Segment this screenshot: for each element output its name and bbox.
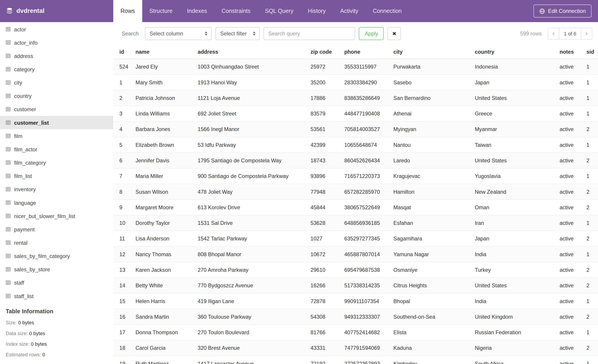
table-row[interactable]: 5Elizabeth Brown53 Idfu Parkway423991065… <box>113 137 598 153</box>
table-row[interactable]: 1Mary Smith1913 Hanoi Way352002830338429… <box>113 74 598 90</box>
edit-connection-button[interactable]: Edit Connection <box>534 5 592 17</box>
table-row[interactable]: 13Karen Jackson270 Amroha Parkway2961069… <box>113 262 598 278</box>
sidebar-table-rental[interactable]: rental <box>0 236 113 249</box>
column-header-zip-code[interactable]: zip code <box>307 45 341 59</box>
table-cell: 692 Joliet Street <box>194 106 307 121</box>
table-cell: Betty White <box>133 278 195 293</box>
prev-page-button[interactable]: ‹ <box>548 28 559 40</box>
sidebar-table-payment[interactable]: payment <box>0 223 113 236</box>
table-row[interactable]: 11Lisa Anderson1542 Tarlac Parkway102763… <box>113 231 598 246</box>
table-cell: Indonesia <box>472 59 556 74</box>
table-cell: 16 <box>113 309 133 324</box>
table-cell: United States <box>472 153 556 168</box>
sidebar-table-language[interactable]: language <box>0 196 113 209</box>
column-header-city[interactable]: city <box>390 45 472 59</box>
table-row[interactable]: 6Jennifer Davis1795 Santiago de Composte… <box>113 153 598 168</box>
sidebar-table-sales_by_store[interactable]: sales_by_store <box>0 263 113 276</box>
column-header-id[interactable]: id <box>113 45 133 59</box>
table-cell: 15 <box>113 293 133 309</box>
sidebar-table-actor[interactable]: actor <box>0 23 113 36</box>
tab-constraints[interactable]: Constraints <box>214 0 258 22</box>
sidebar-table-customer[interactable]: customer <box>0 103 113 116</box>
table-cell: 695479687538 <box>341 262 390 278</box>
sidebar-table-customer_list[interactable]: customer_list <box>0 116 113 129</box>
sidebar-table-film_category[interactable]: film_category <box>0 156 113 169</box>
table-grid-icon <box>6 40 11 45</box>
clear-search-button[interactable]: ✖ <box>388 27 401 40</box>
table-row[interactable]: 3Linda Williams692 Joliet Street83579448… <box>113 106 598 121</box>
table-cell: 35533115997 <box>341 59 390 74</box>
table-row[interactable]: 15Helen Harris419 Iligan Lane72878990911… <box>113 293 598 309</box>
table-row[interactable]: 10Dorothy Taylor1531 Sal Drive5362864885… <box>113 215 598 231</box>
table-row[interactable]: 7Maria Miller900 Santiago de Compostela … <box>113 168 598 184</box>
table-cell: 2 <box>583 184 598 199</box>
info-value: 0 <box>42 352 45 357</box>
tab-history[interactable]: History <box>301 0 333 22</box>
table-row[interactable]: 16Sandra Martin360 Toulouse Parkway54308… <box>113 309 598 324</box>
table-grid-icon <box>6 67 11 72</box>
column-select[interactable]: Select column <box>145 27 212 40</box>
column-header-country[interactable]: country <box>472 45 556 59</box>
sidebar-table-staff[interactable]: staff <box>0 276 113 289</box>
tab-indexes[interactable]: Indexes <box>180 0 214 22</box>
sidebar-table-staff_list[interactable]: staff_list <box>0 289 113 303</box>
table-cell: 11 <box>113 231 133 246</box>
next-page-button[interactable]: › <box>581 28 592 40</box>
column-header-sid[interactable]: sid <box>583 45 598 59</box>
tab-structure[interactable]: Structure <box>142 0 180 22</box>
table-cell: Jennifer Davis <box>133 153 195 168</box>
table-cell: 14 <box>113 278 133 293</box>
table-name-label: actor <box>14 26 26 32</box>
apply-button[interactable]: Apply <box>359 27 384 40</box>
tab-connection[interactable]: Connection <box>365 0 409 22</box>
sidebar-table-sales_by_film_category[interactable]: sales_by_film_category <box>0 249 113 263</box>
table-cell: 2 <box>583 121 598 137</box>
column-header-address[interactable]: address <box>194 45 307 59</box>
sidebar-table-category[interactable]: category <box>0 63 113 76</box>
table-information-heading: Table Information <box>6 308 108 315</box>
table-cell: Laredo <box>390 153 472 168</box>
table-row[interactable]: 12Nancy Thomas808 Bhopal Manor1067246588… <box>113 246 598 262</box>
sidebar-table-film_actor[interactable]: film_actor <box>0 143 113 156</box>
sidebar-table-film[interactable]: film <box>0 129 113 143</box>
table-cell: Susan Wilson <box>133 184 195 199</box>
table-row[interactable]: 18Carol Garcia320 Brest Avenue4333174779… <box>113 340 598 356</box>
sidebar-table-city[interactable]: city <box>0 76 113 89</box>
table-row[interactable]: 19Ruth Martinez1417 Lancaster Avenue7219… <box>113 356 598 364</box>
table-name-label: film_category <box>14 160 46 166</box>
page-indicator: 1 of 6 <box>559 28 581 40</box>
table-row[interactable]: 17Donna Thompson270 Toulon Boulevard8176… <box>113 324 598 340</box>
column-header-name[interactable]: name <box>133 45 195 59</box>
sidebar-table-inventory[interactable]: inventory <box>0 183 113 196</box>
table-row[interactable]: 4Barbara Jones1566 Inegl Manor5356170581… <box>113 121 598 137</box>
table-cell: South Africa <box>472 356 556 364</box>
table-row[interactable]: 9Margaret Moore613 Korolev Drive45844380… <box>113 200 598 215</box>
table-cell: 7 <box>113 168 133 184</box>
table-row[interactable]: 2Patricia Johnson1121 Loja Avenue1788683… <box>113 90 598 106</box>
table-cell: 2 <box>583 309 598 324</box>
table-list: actoractor_infoaddresscategorycitycountr… <box>0 23 113 303</box>
table-cell: 54308 <box>307 309 341 324</box>
table-name-label: sales_by_store <box>14 266 50 272</box>
sidebar-table-nicer_but_slower_film_list[interactable]: nicer_but_slower_film_list <box>0 209 113 223</box>
toolbar-right: 599 rows ‹ 1 of 6 › <box>520 28 592 40</box>
sidebar-table-country[interactable]: country <box>0 89 113 102</box>
table-cell: Helen Harris <box>133 293 195 309</box>
table-grid-icon <box>6 187 11 192</box>
filter-select[interactable]: Select filter <box>216 27 260 40</box>
table-cell: 1 <box>583 59 598 74</box>
sidebar-table-address[interactable]: address <box>0 49 113 63</box>
sidebar-table-film_list[interactable]: film_list <box>0 169 113 182</box>
column-header-notes[interactable]: notes <box>556 45 583 59</box>
column-header-phone[interactable]: phone <box>341 45 390 59</box>
tab-rows[interactable]: Rows <box>113 0 142 22</box>
table-cell: 1795 Santiago de Compostela Way <box>194 153 307 168</box>
sidebar-table-actor_info[interactable]: actor_info <box>0 36 113 49</box>
table-row[interactable]: 524Jared Ely1003 Qinhuangdao Street25972… <box>113 59 598 74</box>
table-row[interactable]: 14Betty White770 Bydgoszcz Avenue1626651… <box>113 278 598 293</box>
tab-activity[interactable]: Activity <box>333 0 365 22</box>
search-query-input[interactable] <box>264 27 355 40</box>
table-cell: Karen Jackson <box>133 262 195 278</box>
table-row[interactable]: 8Susan Wilson478 Joliet Way7794865728228… <box>113 184 598 199</box>
tab-sql-query[interactable]: SQL Query <box>258 0 301 22</box>
